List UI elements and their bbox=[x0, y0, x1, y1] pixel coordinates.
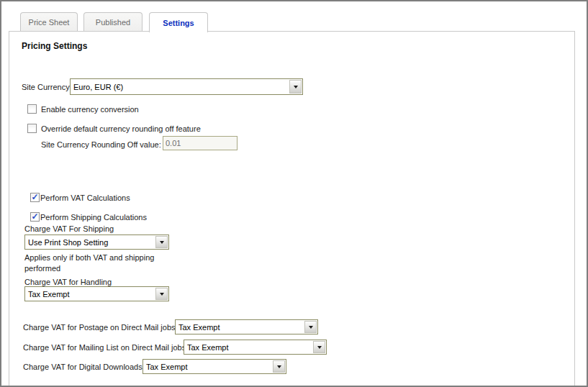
vat-digital-dropdown-button[interactable] bbox=[273, 360, 285, 373]
vat-shipping-note: Applies only if both VAT and shipping pe… bbox=[24, 252, 172, 274]
vat-shipping-value: Use Print Shop Setting bbox=[25, 238, 155, 247]
settings-panel: Pricing Settings Site Currency Euro, EUR… bbox=[9, 31, 575, 387]
chevron-down-icon bbox=[317, 346, 322, 349]
vat-handling-select[interactable]: Tax Exempt bbox=[24, 286, 169, 301]
perform-shipping-checkbox[interactable] bbox=[30, 212, 40, 222]
vat-postage-dropdown-button[interactable] bbox=[304, 321, 317, 333]
vat-digital-select[interactable]: Tax Exempt bbox=[143, 359, 286, 374]
tab-price-sheet-label: Price Sheet bbox=[29, 18, 70, 27]
pricing-settings-screen: Price Sheet Published Settings Pricing S… bbox=[0, 0, 588, 387]
site-currency-label: Site Currency bbox=[22, 83, 70, 91]
enable-currency-conversion-label: Enable currency conversion bbox=[41, 105, 139, 114]
chevron-down-icon bbox=[160, 241, 164, 244]
vat-shipping-select[interactable]: Use Print Shop Setting bbox=[24, 235, 169, 250]
vat-shipping-label: Charge VAT For Shipping bbox=[24, 224, 114, 233]
perform-vat-label: Perform VAT Calculations bbox=[40, 194, 130, 202]
tab-price-sheet[interactable]: Price Sheet bbox=[20, 12, 78, 31]
chevron-down-icon bbox=[294, 86, 298, 88]
rounding-value-label: Site Currency Rounding Off value: bbox=[41, 140, 161, 149]
vat-digital-value: Tax Exempt bbox=[143, 363, 272, 371]
vat-handling-dropdown-button[interactable] bbox=[155, 288, 168, 300]
vat-postage-value: Tax Exempt bbox=[176, 323, 304, 332]
tab-published[interactable]: Published bbox=[83, 12, 143, 31]
site-currency-select[interactable]: Euro, EUR (€) bbox=[70, 78, 303, 95]
chevron-down-icon bbox=[309, 326, 313, 329]
tab-published-label: Published bbox=[96, 18, 130, 27]
tab-settings[interactable]: Settings bbox=[149, 12, 208, 32]
perform-shipping-label: Perform Shipping Calculations bbox=[40, 213, 147, 222]
vat-digital-label: Charge VAT for Digital Downloads bbox=[23, 363, 143, 371]
site-currency-value: Euro, EUR (€) bbox=[71, 83, 289, 91]
chevron-down-icon bbox=[160, 293, 164, 296]
vat-mailing-list-label: Charge VAT for Mailing List on Direct Ma… bbox=[23, 343, 186, 352]
page-title: Pricing Settings bbox=[22, 41, 87, 51]
vat-mailing-list-dropdown-button[interactable] bbox=[313, 341, 325, 353]
site-currency-dropdown-button[interactable] bbox=[289, 80, 302, 94]
chevron-down-icon bbox=[277, 365, 281, 368]
vat-mailing-list-value: Tax Exempt bbox=[184, 343, 312, 352]
enable-currency-conversion-checkbox[interactable] bbox=[27, 104, 37, 114]
override-rounding-label: Override default currency rounding off f… bbox=[41, 124, 201, 133]
rounding-value-input bbox=[163, 136, 238, 150]
vat-postage-select[interactable]: Tax Exempt bbox=[175, 319, 318, 334]
tab-settings-label: Settings bbox=[163, 19, 194, 27]
perform-vat-checkbox[interactable] bbox=[30, 193, 40, 202]
vat-postage-label: Charge VAT for Postage on Direct Mail jo… bbox=[23, 323, 176, 332]
vat-handling-value: Tax Exempt bbox=[25, 290, 155, 299]
vat-handling-label: Charge VAT for Handling bbox=[24, 278, 112, 286]
vat-mailing-list-select[interactable]: Tax Exempt bbox=[184, 340, 327, 355]
vat-shipping-dropdown-button[interactable] bbox=[155, 236, 168, 248]
override-rounding-checkbox[interactable] bbox=[27, 124, 37, 133]
